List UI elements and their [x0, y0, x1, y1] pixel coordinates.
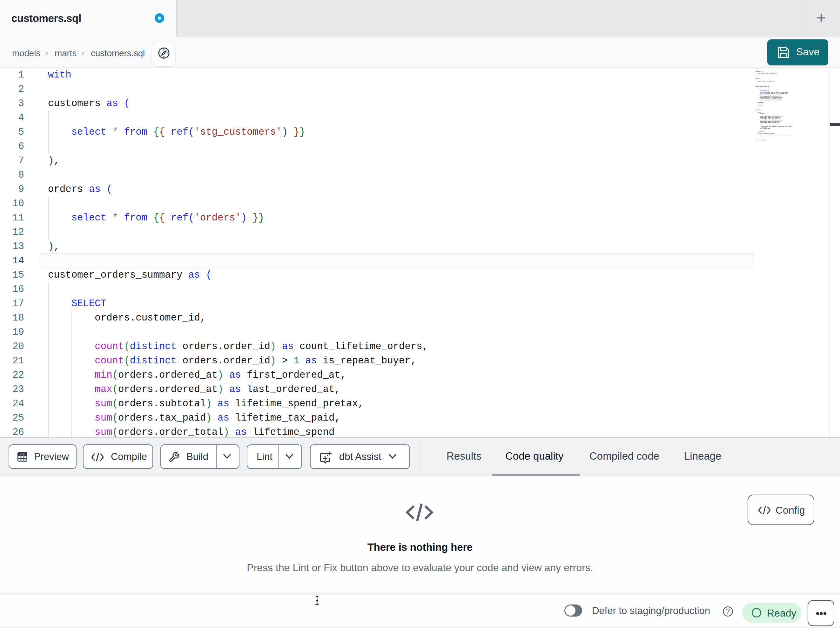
svg-text:?: ? [726, 607, 730, 615]
